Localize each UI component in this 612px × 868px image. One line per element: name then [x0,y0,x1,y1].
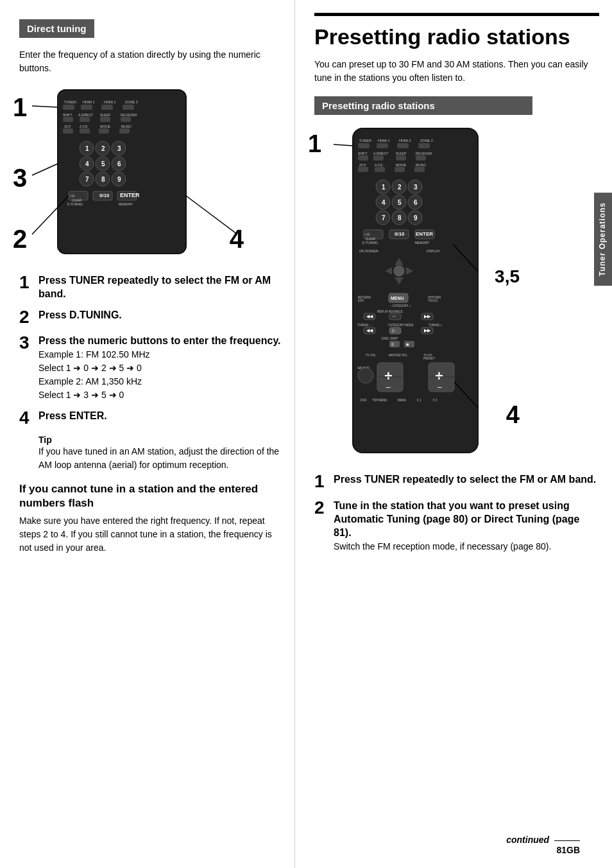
right-step-2: 2 Tune in the station that you want to p… [314,498,599,553]
svg-point-114 [394,266,404,276]
svg-rect-62 [377,143,388,148]
svg-text:3: 3 [414,184,418,191]
svg-text:DISPLAY: DISPLAY [427,249,440,253]
left-step-3: 3 Press the numeric buttons to enter the… [19,333,282,402]
svg-text:SLEEP: SLEEP [396,152,407,155]
svg-text:▶▶: ▶▶ [424,314,431,318]
svg-rect-78 [375,167,385,172]
svg-text:HDMI 1: HDMI 1 [83,100,95,104]
left-step4-label: 4 [230,225,244,254]
svg-text:9: 9 [117,176,121,183]
svg-text:ENTER: ENTER [416,231,433,237]
svg-rect-13 [63,117,73,122]
svg-text:RECEIVER: RECEIVER [416,152,432,155]
svg-text:+: + [384,368,393,384]
svg-point-148 [358,368,373,383]
left-step-2: 2 Press D.TUNING. [19,308,282,327]
svg-text:TOP MENU: TOP MENU [372,399,387,402]
svg-rect-23 [99,128,109,134]
svg-text:CATEGORY MODE: CATEGORY MODE [388,324,414,327]
svg-text:MUSIC: MUSIC [416,163,427,167]
svg-text:ZONE 2: ZONE 2 [420,139,433,143]
svg-rect-15 [100,117,110,122]
svg-text:7: 7 [85,176,89,183]
left-step1-label: 1 [13,93,27,122]
left-stepnum-3: 3 [19,333,38,353]
svg-text:PRESET: PRESET [423,357,435,360]
left-steps: 1 Press TUNER repeatedly to select the F… [19,273,282,555]
svg-text:7: 7 [382,214,386,221]
left-stepcontent-1: Press TUNER repeatedly to select the FM … [38,273,282,301]
svg-text:SHIFT: SHIFT [358,152,367,155]
right-steptext-2: Tune in the station that you want to pre… [334,499,599,539]
svg-text:SHIFT: SHIFT [63,113,72,117]
svg-rect-64 [418,143,430,148]
svg-text:MASTER VOL: MASTER VOL [389,354,408,357]
right-section-header: Presetting radio stations [314,96,532,115]
left-step-1: 1 Press TUNER repeatedly to select the F… [19,273,282,301]
svg-rect-7 [101,105,113,110]
svg-text:MEMORY: MEMORY [119,202,133,206]
svg-text:ON SCREEN: ON SCREEN [359,249,378,253]
svg-text:↔: ↔ [392,314,396,318]
svg-rect-22 [80,128,90,134]
svg-text:8: 8 [398,214,402,221]
tip-text: If you have tuned in an AM station, adju… [38,445,282,472]
svg-text:0/10: 0/10 [395,231,405,237]
left-stepcontent-2: Press D.TUNING. [38,308,282,322]
svg-text:F 2: F 2 [433,399,438,402]
right-steptext-1: Press TUNER repeatedly to select the FM … [334,473,599,487]
svg-text:HDMI 2: HDMI 2 [399,139,411,143]
svg-text:– CATEGORY +: – CATEGORY + [390,304,411,308]
svg-text:MENU: MENU [391,296,404,300]
svg-text:MUSIC: MUSIC [121,125,132,128]
svg-text:2: 2 [101,145,105,152]
side-tab: Tuner Operations [594,193,612,286]
left-step3-label: 3 [13,164,27,193]
left-stepnum-4: 4 [19,408,38,428]
left-remote-svg: TUNER HDMI 1 HDMI 2 ZONE 2 SHIFT A.DIREC… [19,87,237,260]
svg-text:II: II [391,342,394,347]
svg-text:4: 4 [85,161,89,168]
continued-text: continued [506,835,549,845]
svg-rect-77 [358,167,368,172]
right-stepnum-1: 1 [314,472,334,492]
svg-text:D.TUNING: D.TUNING [67,202,83,206]
left-column: Direct tuning Enter the frequency of a s… [0,0,295,868]
svg-text:A.F.D.: A.F.D. [80,125,89,128]
svg-text:DISC SKIP: DISC SKIP [382,336,398,340]
svg-rect-70 [373,155,384,161]
left-steptext-4: Press ENTER. [38,410,282,423]
svg-text:1: 1 [382,184,386,191]
svg-rect-69 [358,155,368,161]
left-steptext-2: Press D.TUNING. [38,309,282,322]
right-step35-label: 3,5 [495,266,520,287]
tip-section: Tip If you have tuned in an AM station, … [38,435,282,472]
svg-text:EXIT: EXIT [358,299,364,302]
left-stepnum-1: 1 [19,273,38,293]
cannot-tune-text: Make sure you have entered the right fre… [19,514,282,555]
svg-rect-5 [63,105,74,110]
svg-text:HDMI 2: HDMI 2 [104,100,116,104]
svg-text:A.F.D.: A.F.D. [375,163,384,167]
svg-rect-16 [121,117,131,122]
left-steptext-1: Press TUNER repeatedly to select the FM … [38,274,282,301]
svg-rect-8 [123,105,134,110]
svg-text:F 1: F 1 [417,399,421,402]
svg-text:HDMI 1: HDMI 1 [378,139,390,143]
svg-text:MOVIE: MOVIE [100,125,111,128]
right-steps: 1 Press TUNER repeatedly to select the F… [314,472,599,553]
svg-text:▶▶: ▶▶ [424,328,431,333]
svg-text:MEMORY: MEMORY [415,241,430,245]
svg-text:REPLAY ADVANCE: REPLAY ADVANCE [377,310,403,313]
left-step2-label: 2 [13,225,27,254]
svg-text:2CH: 2CH [359,163,366,167]
svg-text:4: 4 [382,199,386,206]
left-step-4: 4 Press ENTER. [19,408,282,428]
right-stepnum-2: 2 [314,498,334,518]
svg-rect-63 [397,143,409,148]
svg-text:◀◀: ◀◀ [366,314,373,318]
svg-line-53 [32,164,58,175]
page-number: 81GB [556,845,580,855]
svg-rect-14 [80,117,90,122]
